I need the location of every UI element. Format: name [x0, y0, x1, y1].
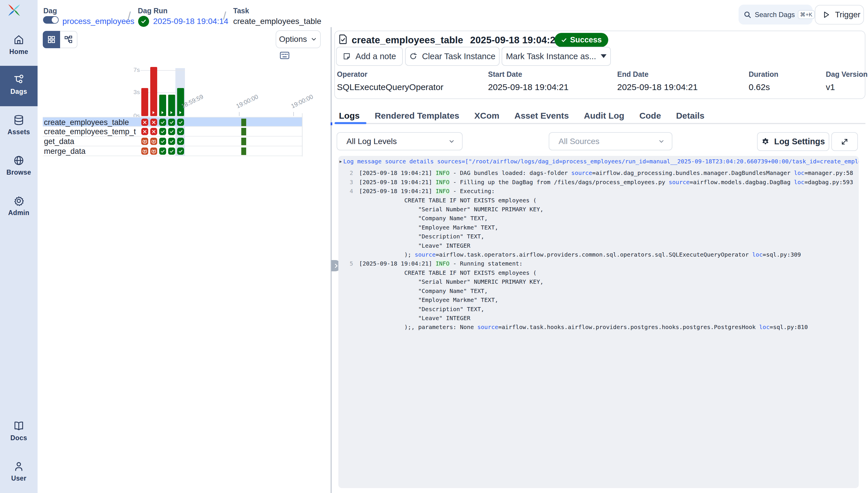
- chevron-down-icon: [448, 138, 455, 145]
- success-status-icon[interactable]: [168, 148, 175, 154]
- task-run-bar[interactable]: [241, 148, 246, 155]
- keyboard-shortcuts-icon[interactable]: [280, 51, 289, 60]
- success-status-icon[interactable]: [159, 119, 166, 126]
- meta-start-label: Start Date: [488, 70, 522, 79]
- gantt-xlabel: 19:00:00: [290, 93, 314, 110]
- sidebar-item-admin[interactable]: Admin: [0, 187, 38, 228]
- task-name[interactable]: create_employees_temp_t...: [44, 127, 136, 136]
- retry-status-icon[interactable]: [150, 148, 157, 154]
- dag-pause-toggle[interactable]: [43, 16, 59, 24]
- mark-task-instance-button[interactable]: Mark Task Instance as...: [502, 47, 611, 66]
- task-name[interactable]: merge_data: [44, 147, 85, 156]
- failed-status-icon[interactable]: [150, 119, 157, 126]
- tab-rendered-templates[interactable]: Rendered Templates: [375, 109, 460, 123]
- task-run-bar[interactable]: [241, 119, 246, 126]
- chevron-down-icon: [658, 138, 665, 145]
- breadcrumb-run-link[interactable]: 2025-09-18 19:04:14: [153, 17, 228, 26]
- graph-view-button[interactable]: [60, 31, 77, 48]
- expander-triangle-icon[interactable]: ▶: [340, 157, 342, 166]
- grid-view-button[interactable]: [43, 31, 60, 48]
- options-button[interactable]: Options: [276, 30, 321, 48]
- task-row[interactable]: get_data: [43, 136, 302, 146]
- failed-status-icon[interactable]: [150, 128, 157, 135]
- note-icon: [343, 52, 351, 60]
- tab-code[interactable]: Code: [640, 109, 661, 123]
- log-line-number: 3: [338, 178, 353, 187]
- success-status-icon[interactable]: [177, 119, 184, 126]
- gantt-bar[interactable]: [168, 95, 175, 116]
- view-toggle-group: [43, 31, 77, 48]
- log-levels-select[interactable]: All Log Levels: [337, 132, 463, 150]
- log-line: CREATE TABLE IF NOT EXISTS employees (: [338, 196, 859, 205]
- log-line-number: [338, 296, 353, 304]
- log-line: "Serial Number" NUMERIC PRIMARY KEY,: [338, 205, 859, 214]
- gantt-bar[interactable]: [150, 67, 157, 116]
- log-line-number: [338, 241, 353, 250]
- add-note-button[interactable]: Add a note: [336, 47, 403, 66]
- log-sources-select[interactable]: All Sources: [549, 132, 672, 150]
- tab-asset-events[interactable]: Asset Events: [514, 109, 569, 123]
- success-status-icon[interactable]: [159, 148, 166, 154]
- task-row[interactable]: create_employees_temp_t...: [43, 127, 302, 136]
- log-settings-button[interactable]: Log Settings: [757, 132, 829, 151]
- sidebar-item-browse[interactable]: Browse: [0, 147, 38, 187]
- retry-status-icon[interactable]: [150, 138, 157, 145]
- success-status-icon[interactable]: [168, 128, 175, 135]
- task-run-bar[interactable]: [241, 138, 246, 145]
- log-line: 4[2025-09-18 19:04:21] INFO - Executing:: [338, 187, 859, 196]
- success-status-icon[interactable]: [168, 138, 175, 145]
- failed-status-icon[interactable]: [141, 119, 148, 126]
- task-row[interactable]: merge_data: [43, 146, 302, 156]
- success-status-icon[interactable]: [159, 128, 166, 135]
- task-name[interactable]: create_employees_table: [44, 118, 129, 127]
- tab-audit-log[interactable]: Audit Log: [584, 109, 624, 123]
- log-line: "Company Name" TEXT,: [338, 214, 859, 223]
- sidebar-item-label: Dags: [0, 88, 38, 95]
- tab-logs[interactable]: Logs: [339, 109, 360, 123]
- success-status-icon[interactable]: [168, 119, 175, 126]
- success-status-icon[interactable]: [159, 138, 166, 145]
- active-tab-indicator: [335, 122, 366, 124]
- log-line: "Employee Markme" TEXT,: [338, 223, 859, 232]
- task-name[interactable]: get_data: [44, 137, 74, 146]
- sidebar-item-home[interactable]: Home: [0, 26, 38, 66]
- failed-status-icon[interactable]: [141, 128, 148, 135]
- log-line: );, parameters: None source=airflow.task…: [338, 323, 859, 331]
- breadcrumb-run-label: Dag Run: [138, 7, 167, 15]
- sidebar-item-docs[interactable]: Docs: [0, 412, 38, 453]
- task-row[interactable]: create_employees_table: [43, 117, 302, 127]
- breadcrumb-separator2: /: [223, 10, 226, 22]
- trigger-button[interactable]: Trigger: [815, 5, 864, 24]
- sidebar-item-dags[interactable]: Dags: [0, 66, 38, 106]
- log-line: "Description" TEXT,: [338, 305, 859, 314]
- play-marker-icon: [153, 111, 155, 114]
- tab-xcom[interactable]: XCom: [475, 109, 500, 123]
- clear-task-instance-button[interactable]: Clear Task Instance: [405, 47, 500, 66]
- log-output[interactable]: ▶Log message source details sources=["/r…: [338, 156, 859, 488]
- airflow-logo: [7, 3, 21, 17]
- gantt-bar[interactable]: [159, 95, 166, 116]
- success-status-icon[interactable]: [177, 128, 184, 135]
- success-status-icon[interactable]: [177, 148, 184, 154]
- task-doc-check-icon: [339, 34, 347, 45]
- breadcrumb-dag-link[interactable]: process_employees: [62, 17, 134, 26]
- log-source-summary[interactable]: ▶Log message source details sources=["/r…: [338, 157, 859, 166]
- retry-status-icon[interactable]: [141, 138, 148, 145]
- task-run-bar[interactable]: [241, 128, 246, 135]
- retry-status-icon[interactable]: [141, 148, 148, 154]
- gantt-xlabel: 19:00:00: [235, 93, 259, 110]
- meta-end-label: End Date: [617, 70, 648, 79]
- sidebar-item-assets[interactable]: Assets: [0, 106, 38, 147]
- task-grid: create_employees_tablecreate_employees_t…: [43, 117, 302, 156]
- assets-icon: [13, 114, 24, 126]
- tab-details[interactable]: Details: [676, 109, 704, 123]
- sidebar-item-user[interactable]: User: [0, 453, 38, 493]
- success-status-icon[interactable]: [177, 138, 184, 145]
- search-dags-button[interactable]: Search Dags ⌘+K: [739, 5, 812, 24]
- gantt-bar[interactable]: [141, 88, 148, 116]
- expand-logs-button[interactable]: [831, 132, 858, 151]
- log-line-number: [338, 214, 353, 223]
- home-icon: [13, 34, 24, 46]
- meta-end-value: 2025-09-18 19:04:21: [617, 82, 698, 92]
- sidebar-item-label: Assets: [0, 128, 38, 136]
